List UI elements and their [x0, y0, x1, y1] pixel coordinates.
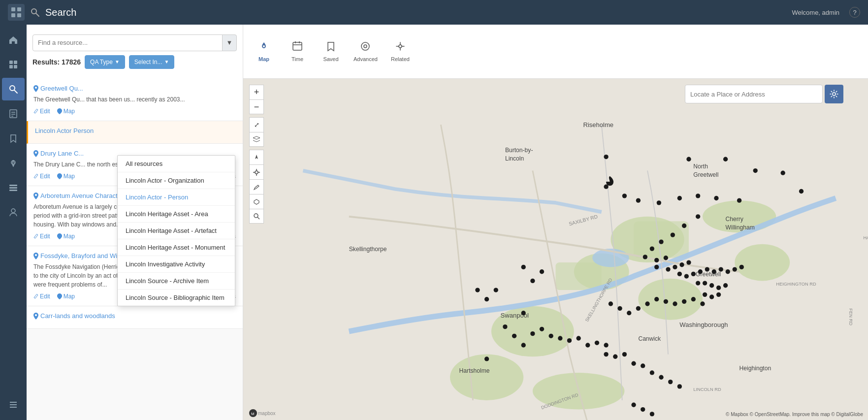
tab-related[interactable]: Related	[389, 41, 411, 62]
map-pin-icon-3	[57, 173, 62, 179]
svg-text:Skellingthorpe: Skellingthorpe	[349, 246, 387, 253]
sidebar-item-dashboard[interactable]	[2, 53, 25, 76]
welcome-text: Welcome, admin	[792, 9, 839, 16]
dropdown-item-heritage-monument[interactable]: Lincoln Heritage Asset - Monument	[118, 239, 235, 256]
content-area: All resources Lincoln Actor - Organizati…	[27, 79, 868, 420]
svg-rect-2	[11, 13, 15, 17]
svg-rect-19	[9, 190, 17, 191]
result-title-1[interactable]: Greetwell Qu...	[33, 85, 236, 92]
map-action-4[interactable]: Map	[57, 233, 75, 240]
svg-text:FEN RD: FEN RD	[848, 308, 853, 325]
locate-settings-button[interactable]	[825, 85, 843, 103]
app-logo[interactable]	[8, 4, 25, 21]
svg-point-104	[709, 283, 714, 288]
mapbox-text: mapbox	[258, 411, 276, 416]
tab-advanced[interactable]: Advanced	[354, 41, 378, 62]
search-input-row: ▼	[32, 34, 237, 51]
svg-point-166	[254, 214, 258, 218]
sidebar-item-menu[interactable]	[2, 393, 25, 416]
search-area-button[interactable]	[249, 209, 264, 224]
map-action-3[interactable]: Map	[57, 173, 75, 180]
svg-point-86	[664, 256, 668, 260]
sidebar-item-saved[interactable]	[2, 127, 25, 150]
map-svg: SAXILBY RD SKELLINGTHORPE RD HEIGHINGTON…	[243, 79, 868, 420]
svg-rect-42	[556, 262, 602, 290]
result-title-2[interactable]: Lincoln Actor Person	[35, 127, 236, 134]
qa-type-filter[interactable]: QA Type ▼	[85, 55, 125, 69]
location-icon-5	[33, 253, 38, 259]
dropdown-item-investigative[interactable]: Lincoln Investigative Activity	[118, 256, 235, 273]
dropdown-item-actor-org[interactable]: Lincoln Actor - Organization	[118, 172, 235, 189]
svg-point-136	[668, 380, 673, 384]
zoom-in-button[interactable]: +	[249, 85, 264, 99]
svg-point-126	[585, 343, 590, 347]
map-area[interactable]: SAXILBY RD SKELLINGTHORPE RD HEIGHINGTON…	[243, 79, 868, 420]
map-action-5[interactable]: Map	[57, 293, 75, 300]
svg-text:Lincoln: Lincoln	[505, 155, 524, 162]
sidebar-item-reports[interactable]	[2, 102, 25, 125]
tab-time[interactable]: Time	[287, 41, 308, 62]
search-input[interactable]	[32, 34, 223, 51]
zoom-out-button[interactable]: −	[249, 99, 264, 114]
search-dropdown-button[interactable]: ▼	[222, 34, 237, 51]
svg-point-81	[671, 232, 675, 237]
svg-point-97	[712, 269, 716, 274]
svg-line-11	[14, 90, 17, 93]
svg-point-85	[654, 258, 659, 262]
svg-point-37	[450, 355, 523, 400]
sidebar-item-home[interactable]	[2, 29, 25, 51]
svg-point-109	[716, 292, 721, 297]
help-button[interactable]: ?	[849, 7, 860, 18]
svg-point-112	[540, 269, 544, 274]
edit-action-4[interactable]: Edit	[33, 233, 50, 240]
svg-rect-6	[9, 61, 13, 64]
tab-map[interactable]: Map	[253, 41, 275, 62]
svg-point-77	[714, 196, 718, 200]
tab-time-label: Time	[291, 56, 303, 62]
svg-point-100	[733, 267, 737, 271]
result-title-6[interactable]: Carr-lands and woodlands	[33, 312, 236, 320]
locate-input[interactable]	[685, 85, 823, 103]
sidebar-item-map[interactable]	[2, 152, 25, 174]
dropdown-item-heritage-area[interactable]: Lincoln Heritage Asset - Area	[118, 206, 235, 223]
dropdown-item-source-archive[interactable]: Lincoln Source - Archive Item	[118, 273, 235, 290]
svg-point-121	[540, 327, 544, 331]
map-action-1[interactable]: Map	[57, 108, 75, 115]
page-title: Search	[45, 7, 76, 18]
svg-point-90	[679, 262, 684, 267]
sidebar-item-search[interactable]	[2, 78, 25, 100]
select-in-label: Select In...	[134, 59, 162, 65]
fullscreen-button[interactable]: ⤢	[249, 117, 264, 132]
select-in-arrow: ▼	[164, 59, 169, 65]
dropdown-item-heritage-artefact[interactable]: Lincoln Heritage Asset - Artefact	[118, 223, 235, 239]
svg-point-115	[494, 288, 498, 292]
dropdown-item-actor-person[interactable]: Lincoln Actor - Person	[118, 189, 235, 206]
locate-me-button[interactable]	[249, 164, 264, 179]
dropdown-item-source-biblio[interactable]: Lincoln Source - Bibliographic Item	[118, 290, 235, 306]
svg-point-157	[781, 171, 785, 175]
svg-point-152	[484, 356, 489, 361]
svg-point-113	[475, 288, 480, 292]
tab-saved[interactable]: Saved	[320, 41, 342, 62]
svg-point-130	[613, 355, 617, 359]
svg-point-116	[521, 311, 526, 315]
edit-action-3[interactable]: Edit	[33, 173, 50, 180]
draw-button[interactable]	[249, 179, 264, 194]
edit-action-5[interactable]: Edit	[33, 293, 50, 300]
sidebar-item-data[interactable]	[2, 176, 25, 199]
edit-action-1[interactable]: Edit	[33, 108, 50, 115]
north-button[interactable]	[249, 150, 264, 164]
svg-point-158	[799, 189, 804, 194]
layers-button[interactable]	[249, 132, 264, 147]
select-in-filter[interactable]: Select In... ▼	[129, 55, 175, 69]
svg-point-87	[654, 265, 659, 269]
polygon-button[interactable]	[249, 194, 264, 209]
svg-rect-17	[9, 185, 17, 186]
dropdown-item-all[interactable]: All resources	[118, 156, 235, 172]
svg-point-144	[664, 299, 668, 304]
settings-icon	[830, 90, 838, 98]
sidebar-item-user[interactable]	[2, 201, 25, 224]
svg-point-101	[739, 265, 744, 269]
svg-point-129	[604, 352, 608, 356]
svg-point-142	[645, 301, 649, 306]
